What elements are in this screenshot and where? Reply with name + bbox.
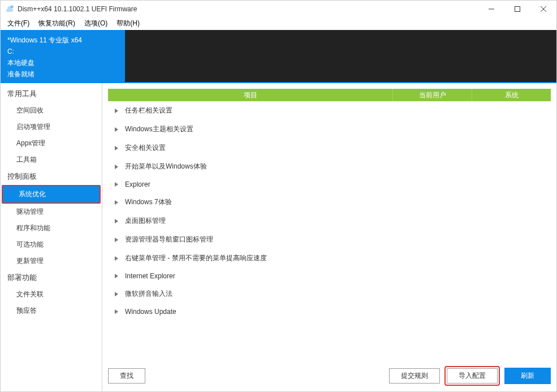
tree-item-startmenu[interactable]: 开始菜单以及Windows体验 [108,157,551,176]
svg-rect-2 [515,7,520,12]
tree-item-ie[interactable]: Internet Explorer [108,268,551,285]
system-banner: *Windows 11 专业版 x64 C: 本地硬盘 准备就绪 [1,30,556,82]
chevron-right-icon [114,237,119,243]
chevron-right-icon [114,108,119,114]
column-item[interactable]: 项目 [108,89,392,101]
footer-bar: 查找 提交规则 导入配置 刷新 [108,363,551,386]
window-controls [478,1,556,18]
chevron-right-icon [114,200,119,205]
system-info-panel[interactable]: *Windows 11 专业版 x64 C: 本地硬盘 准备就绪 [1,30,125,82]
os-name: *Windows 11 专业版 x64 [7,35,118,46]
chevron-right-icon [114,309,119,315]
tree-item-explorer[interactable]: Explorer [108,176,551,193]
chevron-right-icon [114,256,119,261]
tree-item-nav-icons[interactable]: 资源管理器导航窗口图标管理 [108,230,551,249]
sidebar-item-programs[interactable]: 程序和功能 [1,220,102,236]
sidebar-item-drivers[interactable]: 驱动管理 [1,204,102,220]
menu-options[interactable]: 选项(O) [80,18,112,29]
tree-list[interactable]: 任务栏相关设置 Windows主题相关设置 安全相关设置 开始菜单以及Windo… [108,101,551,363]
sidebar-header-control-panel: 控制面板 [1,168,102,185]
menu-file[interactable]: 文件(F) [3,18,34,29]
tree-item-security[interactable]: 安全相关设置 [108,139,551,157]
chevron-right-icon [114,291,119,297]
maximize-button[interactable] [504,1,530,18]
svg-point-1 [11,6,12,7]
sidebar-item-optional[interactable]: 可选功能 [1,236,102,253]
chevron-right-icon [114,145,119,151]
refresh-button[interactable]: 刷新 [504,368,551,384]
chevron-right-icon [114,273,119,279]
column-headers: 项目 当前用户 系统 [108,89,551,101]
main-panel: 项目 当前用户 系统 任务栏相关设置 Windows主题相关设置 安全相关设置 … [102,83,556,391]
window-title: Dism++x64 10.1.1002.1 UEFI Firmware [18,5,137,13]
sidebar-item-appx[interactable]: Appx管理 [1,135,102,152]
sidebar-item-space-recovery[interactable]: 空间回收 [1,102,102,119]
sidebar-item-toolbox[interactable]: 工具箱 [1,152,102,168]
status-text: 准备就绪 [7,68,118,80]
titlebar: Dism++x64 10.1.1002.1 UEFI Firmware [1,1,556,18]
app-icon [5,5,14,14]
sidebar-item-preanswer[interactable]: 预应答 [1,303,102,319]
close-button[interactable] [530,1,556,18]
drive-letter: C: [7,46,118,57]
sidebar-item-file-assoc[interactable]: 文件关联 [1,286,102,303]
minimize-button[interactable] [478,1,504,18]
menubar: 文件(F) 恢复功能(R) 选项(O) 帮助(H) [1,18,556,30]
tree-item-win7[interactable]: Windows 7体验 [108,193,551,212]
content: 常用工具 空间回收 启动项管理 Appx管理 工具箱 控制面板 系统优化 驱动管… [1,82,556,391]
tree-item-context-menu[interactable]: 右键菜单管理 - 禁用不需要的菜单提高响应速度 [108,249,551,268]
submit-rule-button[interactable]: 提交规则 [389,368,440,384]
sidebar: 常用工具 空间回收 启动项管理 Appx管理 工具箱 控制面板 系统优化 驱动管… [1,83,102,391]
import-config-button[interactable]: 导入配置 [447,368,498,384]
column-current-user[interactable]: 当前用户 [392,89,472,101]
sidebar-highlight: 系统优化 [2,185,101,204]
titlebar-left: Dism++x64 10.1.1002.1 UEFI Firmware [5,5,137,14]
sidebar-item-startup[interactable]: 启动项管理 [1,119,102,135]
menu-help[interactable]: 帮助(H) [112,18,144,29]
find-button[interactable]: 查找 [108,368,145,384]
sidebar-header-tools: 常用工具 [1,85,102,102]
tree-item-taskbar[interactable]: 任务栏相关设置 [108,101,551,120]
import-config-highlight: 导入配置 [444,366,500,386]
column-system[interactable]: 系统 [472,89,551,101]
sidebar-item-system-optimize[interactable]: 系统优化 [3,186,100,203]
sidebar-item-updates[interactable]: 更新管理 [1,253,102,269]
disk-type: 本地硬盘 [7,57,118,68]
tree-item-windows-update[interactable]: Windows Update [108,303,551,320]
system-banner-dark [125,30,556,82]
menu-recovery[interactable]: 恢复功能(R) [34,18,80,29]
chevron-right-icon [114,182,119,187]
tree-item-pinyin[interactable]: 微软拼音输入法 [108,285,551,303]
chevron-right-icon [114,127,119,132]
tree-item-theme[interactable]: Windows主题相关设置 [108,120,551,139]
chevron-right-icon [114,164,119,170]
sidebar-header-deploy: 部署功能 [1,269,102,286]
chevron-right-icon [114,218,119,224]
tree-item-desktop-icons[interactable]: 桌面图标管理 [108,212,551,230]
